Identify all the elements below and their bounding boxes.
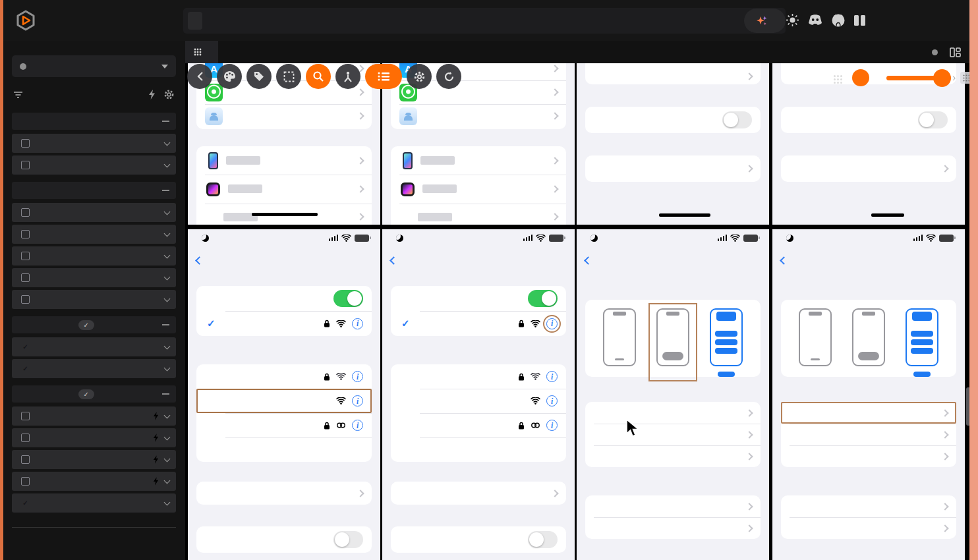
field-checkbox[interactable] <box>21 455 30 464</box>
wifi-icon <box>336 373 346 380</box>
view-stage-bar[interactable]: × ? <box>183 8 786 34</box>
sidebar-field-mime-type[interactable] <box>12 225 176 244</box>
tag-samples-button[interactable] <box>246 64 272 89</box>
field-checkbox[interactable] <box>21 139 30 148</box>
field-checkbox[interactable] <box>21 364 30 373</box>
similarity-search-button[interactable] <box>306 64 331 89</box>
github-icon[interactable] <box>831 13 846 27</box>
sample-image-wlan-tail-1[interactable] <box>577 63 769 225</box>
field-visibility-button[interactable] <box>365 64 402 89</box>
annotation-text <box>188 219 195 223</box>
section-metadata[interactable] <box>12 182 176 199</box>
sample-image-wlan-1[interactable]: ✓ <box>188 229 380 560</box>
chevron-down-icon[interactable] <box>164 273 171 280</box>
sample-image-wlan-2[interactable]: ✓ <box>382 229 575 560</box>
grid-zoom-slider[interactable] <box>886 76 947 80</box>
collapse-icon[interactable] <box>162 121 169 122</box>
sidebar-field-data-source[interactable] <box>12 337 176 356</box>
sidebar-field-width[interactable] <box>12 246 176 266</box>
refresh-button[interactable] <box>436 64 461 89</box>
field-checkbox[interactable] <box>21 477 30 486</box>
section-labels[interactable] <box>12 316 176 333</box>
chevron-right-icon <box>941 503 948 510</box>
chevron-down-icon[interactable] <box>164 477 171 484</box>
chevron-down-icon[interactable] <box>164 230 171 237</box>
field-checkbox[interactable] <box>21 230 30 238</box>
wifi-icon <box>926 235 936 242</box>
field-checkbox[interactable] <box>21 412 30 420</box>
color-settings-button[interactable] <box>217 64 242 89</box>
layout-icon[interactable] <box>950 47 961 57</box>
field-checkbox[interactable] <box>21 273 30 282</box>
sidebar-field-height[interactable] <box>12 268 176 287</box>
chevron-down-icon[interactable] <box>164 139 171 146</box>
saved-view-selector[interactable] <box>12 55 176 77</box>
ios-status-bar <box>772 233 965 243</box>
iphone-device-icon <box>208 152 218 169</box>
section-primitives[interactable] <box>12 385 176 403</box>
chevron-down-icon[interactable] <box>164 434 171 440</box>
group-split-button[interactable] <box>335 64 360 89</box>
gear-icon[interactable] <box>163 89 175 100</box>
sidebar-field-size-bytes[interactable] <box>12 203 176 222</box>
zoom-slider-min-handle[interactable] <box>852 69 869 86</box>
ios-status-bar <box>577 233 769 243</box>
display-option-list <box>710 308 743 377</box>
sample-image-notifications-2[interactable] <box>772 229 965 560</box>
chevron-down-icon[interactable] <box>164 208 171 215</box>
sidebar-field-filepath[interactable] <box>12 428 176 447</box>
chevron-down-icon[interactable] <box>164 295 171 302</box>
discord-icon[interactable] <box>807 14 823 27</box>
field-checkbox[interactable] <box>21 343 30 351</box>
sidebar-field-action-detection[interactable] <box>12 359 176 378</box>
sample-image-notifications-1[interactable] <box>577 229 769 560</box>
field-checkbox[interactable] <box>21 434 30 442</box>
chevron-down-icon[interactable] <box>164 499 171 505</box>
chevron-down-icon[interactable] <box>164 412 171 418</box>
display-option-stack-annotated <box>648 303 697 381</box>
field-checkbox[interactable] <box>21 252 30 260</box>
hotspot-icon <box>531 422 540 429</box>
chevron-right-icon <box>551 185 558 192</box>
chevron-down-icon[interactable] <box>164 364 171 371</box>
section-tags[interactable] <box>12 113 176 130</box>
drag-handle-icon[interactable] <box>833 74 843 84</box>
settings-button[interactable] <box>407 64 432 89</box>
field-color-strip <box>12 428 14 447</box>
annotation-label <box>188 219 204 223</box>
field-checkbox[interactable] <box>21 161 30 169</box>
sidebar-field-id[interactable] <box>12 406 176 426</box>
theme-toggle-icon[interactable] <box>786 13 799 27</box>
sidebar-field-last-modified-at[interactable] <box>12 472 176 491</box>
chevron-right-icon <box>745 409 753 416</box>
fiftyone-logo-icon[interactable] <box>14 9 37 32</box>
back-button <box>585 258 594 264</box>
add-stage-button[interactable] <box>188 12 202 30</box>
sample-image-wlan-tail-2[interactable] <box>772 63 965 225</box>
field-checkbox[interactable] <box>21 208 30 217</box>
field-checkbox[interactable] <box>21 295 30 304</box>
wapi-toggle <box>333 531 363 548</box>
field-checkbox[interactable] <box>21 499 30 507</box>
collapse-icon[interactable] <box>162 393 169 395</box>
back-button[interactable] <box>187 64 212 89</box>
info-icon <box>352 395 363 406</box>
chevron-down-icon[interactable] <box>164 455 171 462</box>
sidebar-field-sample-tags[interactable] <box>12 134 176 153</box>
sidebar-field-label-tags[interactable] <box>12 155 176 175</box>
chevron-down-icon[interactable] <box>164 252 171 258</box>
sidebar-field-num-channels[interactable] <box>12 290 176 309</box>
collapse-icon[interactable] <box>162 324 169 325</box>
tab-samples[interactable] <box>185 41 218 63</box>
collapse-icon[interactable] <box>162 190 169 191</box>
sample-column <box>577 63 769 560</box>
chevron-down-icon[interactable] <box>164 161 171 167</box>
sidebar-field-instruction[interactable] <box>12 493 176 513</box>
docs-icon[interactable] <box>853 14 866 26</box>
patches-button[interactable] <box>276 64 301 89</box>
chevron-down-icon[interactable] <box>164 343 171 349</box>
sidebar-field-created-at[interactable] <box>12 450 176 469</box>
explore-enterprise-button[interactable] <box>744 9 786 33</box>
lightning-icon[interactable] <box>148 90 156 99</box>
annotation-tag <box>197 219 204 223</box>
